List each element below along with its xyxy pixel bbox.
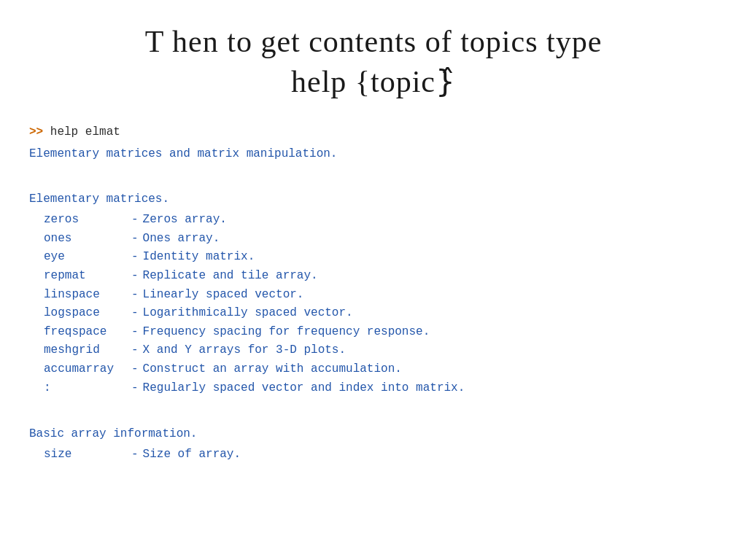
header-line1: T hen to get contents of topics type <box>29 22 718 62</box>
section-heading-0: Elementary matrices. <box>29 190 718 208</box>
entry-key: repmat <box>44 267 131 286</box>
entry-desc: Regularly spaced vector and index into m… <box>143 379 465 398</box>
sections-container: Elementary matrices.zeros- Zeros array.o… <box>29 190 718 464</box>
entry-desc: Identity matrix. <box>143 248 255 267</box>
terminal-content: >> help elmat Elementary matrices and ma… <box>29 123 718 464</box>
entry-dash: - <box>131 341 139 360</box>
table-row: zeros- Zeros array. <box>44 211 718 230</box>
entry-dash: - <box>131 304 139 323</box>
entry-desc: Zeros array. <box>143 211 227 230</box>
entry-key: logspace <box>44 304 131 323</box>
entry-desc: Size of array. <box>143 446 241 464</box>
entry-desc: Construct an array with accumulation. <box>143 360 402 379</box>
entry-dash: - <box>131 211 139 230</box>
entry-dash: - <box>131 230 139 249</box>
entry-key: size <box>44 446 131 464</box>
table-row: repmat- Replicate and tile array. <box>44 267 718 286</box>
entry-key: zeros <box>44 211 131 230</box>
table-row: :- Regularly spaced vector and index int… <box>44 379 718 398</box>
prompt-line: >> help elmat <box>29 123 718 141</box>
entry-dash: - <box>131 379 139 398</box>
table-row: accumarray- Construct an array with accu… <box>44 360 718 379</box>
entry-key: ones <box>44 230 131 249</box>
entry-desc: Linearly spaced vector. <box>143 286 304 305</box>
entry-key: meshgrid <box>44 341 131 360</box>
table-row: meshgrid- X and Y arrays for 3-D plots. <box>44 341 718 360</box>
table-row: linspace- Linearly spaced vector. <box>44 286 718 305</box>
prompt-arrow: >> <box>29 125 43 139</box>
prompt-command: help elmat <box>50 125 120 139</box>
entry-key: eye <box>44 248 131 267</box>
entry-key: : <box>44 379 131 398</box>
entry-dash: - <box>131 286 139 305</box>
table-row: eye- Identity matrix. <box>44 248 718 267</box>
entry-key: linspace <box>44 286 131 305</box>
entry-dash: - <box>131 446 139 464</box>
table-row: freqspace- Frequency spacing for frequen… <box>44 323 718 342</box>
entry-desc: Ones array. <box>143 230 220 249</box>
table-row: ones- Ones array. <box>44 230 718 249</box>
entry-dash: - <box>131 360 139 379</box>
entry-dash: - <box>131 248 139 267</box>
entry-desc: Logarithmically spaced vector. <box>143 304 353 323</box>
entry-desc: Frequency spacing for frequency response… <box>143 323 430 342</box>
header-title: T hen to get contents of topics type hel… <box>29 22 718 101</box>
entry-key: accumarray <box>44 360 131 379</box>
table-row: logspace- Logarithmically spaced vector. <box>44 304 718 323</box>
subtitle: Elementary matrices and matrix manipulat… <box>29 145 718 163</box>
entry-desc: X and Y arrays for 3-D plots. <box>143 341 346 360</box>
entry-key: freqspace <box>44 323 131 342</box>
header-line2: help {topic}̂ <box>29 62 718 102</box>
entry-desc: Replicate and tile array. <box>143 267 318 286</box>
section-heading-1: Basic array information. <box>29 425 718 443</box>
page-container: T hen to get contents of topics type hel… <box>0 0 747 560</box>
entry-dash: - <box>131 267 139 286</box>
entry-dash: - <box>131 323 139 342</box>
table-row: size- Size of array. <box>44 446 718 464</box>
